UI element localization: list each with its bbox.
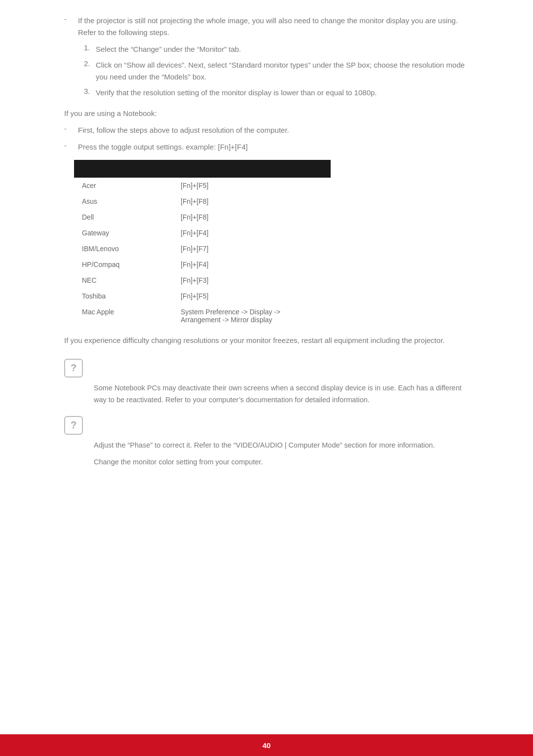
shortcut-cell: [Fn]+[F4]	[173, 257, 331, 272]
shortcut-cell: [Fn]+[F3]	[173, 272, 331, 288]
sub-steps-list: 1. Select the “Change” under the “Monito…	[84, 43, 469, 99]
brand-cell: NEC	[74, 272, 173, 288]
shortcut-cell: [Fn]+[F8]	[173, 209, 331, 225]
step-1-num: 1.	[84, 43, 96, 55]
notebook-label: If you are using a Notebook:	[64, 108, 469, 119]
shortcut-cell: [Fn]+[F8]	[173, 193, 331, 209]
step-2: 2. Click on “Show all devices”. Next, se…	[84, 59, 469, 83]
table-row: NEC[Fn]+[F3]	[74, 272, 331, 288]
table-row: HP/Compaq[Fn]+[F4]	[74, 257, 331, 272]
brand-cell: Acer	[74, 178, 173, 193]
step-3-text: Verify that the resolution setting of th…	[96, 87, 469, 99]
step-2-num: 2.	[84, 59, 96, 83]
dash-icon-nb2: -	[64, 141, 74, 153]
dash-icon-nb1: -	[64, 124, 74, 136]
brand-cell: Mac Apple	[74, 304, 173, 328]
notebook-bullet-2: - Press the toggle output settings. exam…	[64, 141, 469, 153]
shortcut-cell: [Fn]+[F5]	[173, 288, 331, 304]
shortcut-cell: System Preference -> Display -> Arrangem…	[173, 304, 331, 328]
shortcut-cell: [Fn]+[F5]	[173, 178, 331, 193]
col2-header	[173, 160, 331, 178]
col1-header	[74, 160, 173, 178]
step-1: 1. Select the “Change” under the “Monito…	[84, 43, 469, 55]
page-number: 40	[263, 741, 271, 750]
note-2-line1: Adjust the “Phase” to correct it. Refer …	[94, 440, 469, 452]
note-1-text: Some Notebook PCs may deactivate their o…	[94, 382, 469, 406]
bottom-bar: 40	[0, 734, 533, 756]
bullet-intro: - If the projector is still not projecti…	[64, 15, 469, 38]
notebook-bullet-1-text: First, follow the steps above to adjust …	[78, 124, 469, 136]
note-2-line2: Change the monitor color setting from yo…	[94, 456, 469, 468]
table-row: Gateway[Fn]+[F4]	[74, 225, 331, 241]
table-row: Asus[Fn]+[F8]	[74, 193, 331, 209]
note-box-2: ?	[64, 416, 469, 435]
brand-cell: Dell	[74, 209, 173, 225]
table-row: Dell[Fn]+[F8]	[74, 209, 331, 225]
notebook-bullet-2-text: Press the toggle output settings. exampl…	[78, 141, 469, 153]
step-3: 3. Verify that the resolution setting of…	[84, 87, 469, 99]
dash-icon: -	[64, 15, 74, 38]
brand-cell: IBM/Lenovo	[74, 241, 173, 257]
note-2-icon: ?	[64, 416, 83, 435]
step-3-num: 3.	[84, 87, 96, 99]
intro-bullet-text: If the projector is still not projecting…	[78, 15, 469, 38]
brand-cell: Gateway	[74, 225, 173, 241]
table-row: IBM/Lenovo[Fn]+[F7]	[74, 241, 331, 257]
brand-cell: HP/Compaq	[74, 257, 173, 272]
table-row: Acer[Fn]+[F5]	[74, 178, 331, 193]
toggle-key-table: Acer[Fn]+[F5]Asus[Fn]+[F8]Dell[Fn]+[F8]G…	[74, 160, 331, 328]
shortcut-cell: [Fn]+[F7]	[173, 241, 331, 257]
note-1-icon: ?	[64, 359, 83, 378]
table-row: Mac AppleSystem Preference -> Display ->…	[74, 304, 331, 328]
step-2-text: Click on “Show all devices”. Next, selec…	[96, 59, 469, 83]
table-row: Toshiba[Fn]+[F5]	[74, 288, 331, 304]
notebook-bullet-1: - First, follow the steps above to adjus…	[64, 124, 469, 136]
shortcut-cell: [Fn]+[F4]	[173, 225, 331, 241]
brand-cell: Asus	[74, 193, 173, 209]
note-box-1: ?	[64, 359, 469, 378]
difficulty-text: If you experience difficulty changing re…	[64, 335, 469, 347]
brand-cell: Toshiba	[74, 288, 173, 304]
step-1-text: Select the “Change” under the “Monitor” …	[96, 43, 469, 55]
